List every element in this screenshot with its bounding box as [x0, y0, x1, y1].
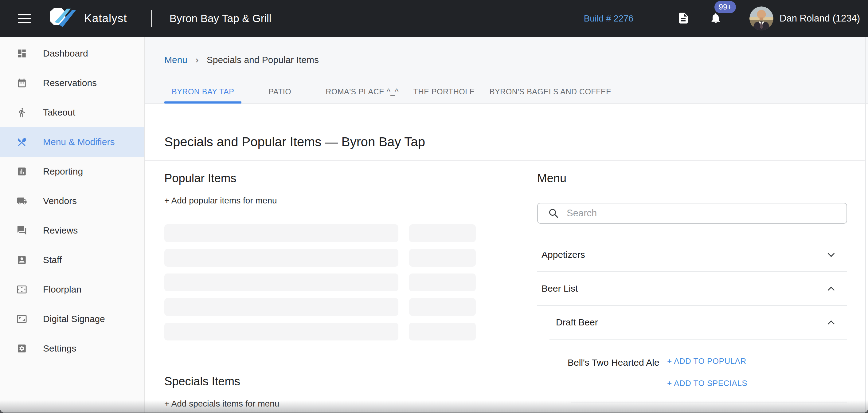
header-divider [151, 10, 152, 27]
add-to-popular-link[interactable]: + ADD TO POPULAR [667, 356, 746, 366]
sidebar-item-reviews[interactable]: Reviews [0, 216, 144, 245]
truck-icon [17, 196, 27, 206]
dashboard-icon [17, 48, 27, 59]
page-header-strip: Menu › Specials and Popular Items BYRON … [145, 37, 868, 104]
section-appetizers[interactable]: Appetizers [537, 238, 847, 272]
bell-icon [710, 12, 722, 24]
build-number-link[interactable]: Build # 2276 [584, 13, 633, 24]
sidebar-item-reservations[interactable]: Reservations [0, 68, 144, 98]
sidebar-item-vendors[interactable]: Vendors [0, 186, 144, 216]
sidebar-item-settings[interactable]: Settings [0, 334, 144, 363]
sidebar-item-label: Menu & Modifiers [43, 137, 115, 147]
chevron-down-icon [828, 250, 835, 257]
breadcrumb-separator-icon: › [195, 54, 199, 65]
tab-label: THE PORTHOLE [413, 87, 475, 96]
tab-label: PATIO [269, 87, 291, 96]
forum-icon [17, 225, 27, 236]
menu-item-bells-two-hearted-ale: Bell's Two Hearted Ale + ADD TO POPULAR … [537, 340, 847, 403]
content-columns: Popular Items + Add popular items for me… [145, 161, 868, 413]
notifications-button[interactable]: 99+ [710, 12, 722, 25]
hamburger-icon [18, 14, 31, 23]
add-popular-items-link[interactable]: + Add popular items for menu [164, 196, 277, 206]
sidebar-item-label: Reservations [43, 78, 97, 88]
tab-the-porthole[interactable]: THE PORTHOLE [406, 80, 482, 103]
aspect-ratio-icon [17, 314, 27, 324]
overscan-icon [17, 284, 27, 295]
skeleton-bar [164, 298, 398, 316]
section-label: Beer List [537, 283, 578, 294]
tab-byrons-bagels-and-coffee[interactable]: BYRON'S BAGELS AND COFFEE [482, 80, 619, 103]
tab-patio[interactable]: PATIO [261, 80, 299, 103]
walking-icon [17, 107, 27, 118]
menu-heading: Menu [537, 172, 566, 185]
notification-badge: 99+ [714, 1, 736, 13]
hamburger-menu-button[interactable] [18, 11, 31, 26]
sidebar-item-staff[interactable]: Staff [0, 245, 144, 275]
tab-label: ROMA'S PLACE ^_^ [326, 87, 399, 96]
tab-byron-bay-tap[interactable]: BYRON BAY TAP [164, 80, 241, 103]
chevron-up-icon [828, 321, 835, 328]
sidebar-item-label: Digital Signage [43, 314, 105, 324]
release-notes-button[interactable] [677, 12, 690, 26]
sidebar-item-menu-modifiers[interactable]: Menu & Modifiers [0, 127, 144, 157]
breadcrumb-current: Specials and Popular Items [207, 55, 319, 65]
subsection-label: Draft Beer [537, 317, 598, 328]
sidebar-item-takeout[interactable]: Takeout [0, 98, 144, 127]
skeleton-bar [409, 298, 476, 316]
sidebar-item-label: Reviews [43, 225, 78, 236]
sidebar-item-reporting[interactable]: Reporting [0, 157, 144, 186]
search-box [537, 203, 847, 224]
active-tab-underline [164, 101, 241, 104]
popular-specials-panel: Popular Items + Add popular items for me… [145, 161, 512, 413]
skeleton-bar [164, 224, 398, 242]
search-icon [548, 208, 559, 218]
skeleton-bar [164, 323, 398, 341]
sidebar: Dashboard Reservations Takeout Menu & Mo… [0, 37, 145, 413]
bar-chart-icon [17, 166, 27, 177]
skeleton-row [164, 273, 476, 291]
skeleton-row [164, 298, 476, 316]
popular-items-skeleton-list [164, 224, 476, 347]
skeleton-bar [409, 224, 476, 242]
chevron-up-icon [828, 287, 835, 294]
katalyst-logo-icon [45, 6, 81, 31]
search-input[interactable] [567, 208, 840, 219]
add-to-specials-link[interactable]: + ADD TO SPECIALS [667, 379, 747, 388]
sidebar-item-label: Staff [43, 255, 62, 265]
user-avatar[interactable] [749, 6, 773, 30]
section-label: Appetizers [537, 249, 585, 260]
skeleton-bar [409, 273, 476, 291]
calendar-icon [17, 78, 27, 88]
tab-label: BYRON BAY TAP [172, 87, 234, 96]
subsection-draft-beer[interactable]: Draft Beer [537, 306, 847, 339]
skeleton-row [164, 323, 476, 341]
popular-items-heading: Popular Items [164, 172, 236, 185]
tab-label: BYRON'S BAGELS AND COFFEE [490, 87, 612, 96]
user-name[interactable]: Dan Roland (1234) [779, 13, 860, 24]
menu-accordion: Appetizers Beer List Draft Beer Bell's T… [537, 238, 847, 403]
tab-romas-place[interactable]: ROMA'S PLACE ^_^ [318, 80, 406, 103]
skeleton-row [164, 224, 476, 242]
header-actions: Build # 2276 99+ [584, 6, 860, 30]
skeleton-row [164, 249, 476, 267]
brand-name: Katalyst [84, 12, 127, 25]
breadcrumb: Menu › Specials and Popular Items [164, 54, 319, 65]
section-beer-list[interactable]: Beer List [537, 272, 847, 306]
specials-items-heading: Specials Items [164, 375, 240, 388]
sidebar-item-label: Settings [43, 343, 76, 354]
gear-icon [17, 343, 27, 354]
sidebar-item-label: Vendors [43, 196, 77, 206]
breadcrumb-link-menu[interactable]: Menu [164, 55, 187, 65]
page-title: Specials and Popular Items — Byron Bay T… [164, 135, 425, 149]
add-specials-items-link[interactable]: + Add specials items for menu [164, 399, 279, 409]
skeleton-bar [409, 323, 476, 341]
sidebar-item-label: Floorplan [43, 284, 82, 295]
restaurant-icon [17, 137, 27, 147]
sidebar-item-digital-signage[interactable]: Digital Signage [0, 304, 144, 334]
avatar-image [749, 6, 773, 30]
sidebar-item-label: Reporting [43, 166, 83, 177]
sidebar-item-floorplan[interactable]: Floorplan [0, 275, 144, 304]
sidebar-item-dashboard[interactable]: Dashboard [0, 39, 144, 68]
skeleton-bar [409, 249, 476, 267]
main-content: Menu › Specials and Popular Items BYRON … [145, 37, 868, 413]
